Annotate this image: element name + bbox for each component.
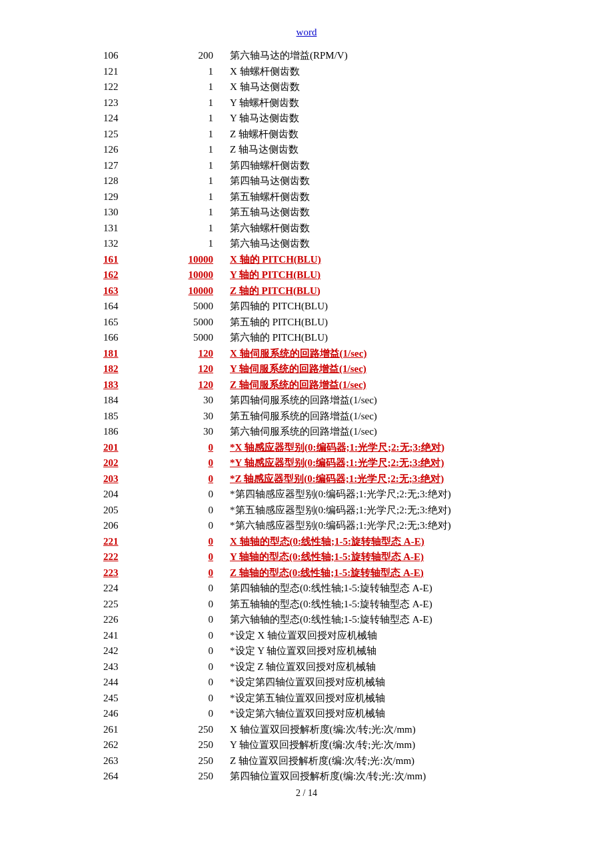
param-desc: Z 轴马达侧齿数 [230, 142, 613, 158]
param-value: 0 [150, 455, 230, 471]
table-row: 182120Y 轴伺服系统的回路增益(1/sec) [97, 361, 613, 377]
param-id: 262 [97, 737, 150, 753]
table-row: 18530第五轴伺服系统的回路增益(1/sec) [97, 409, 613, 425]
param-value: 0 [150, 565, 230, 581]
param-desc: Z 轴轴的型态(0:线性轴;1-5:旋转轴型态 A-E) [230, 565, 613, 581]
param-id: 264 [97, 769, 150, 785]
param-id: 201 [97, 440, 150, 456]
param-value: 120 [150, 361, 230, 377]
param-value: 0 [150, 534, 230, 550]
param-desc: 第五轴轴的型态(0:线性轴;1-5:旋转轴型态 A-E) [230, 597, 613, 613]
param-desc: X 轴位置双回授解析度(编:次/转;光:次/mm) [230, 722, 613, 738]
param-desc: X 轴的 PITCH(BLU) [230, 252, 613, 268]
param-desc: 第五轴螺杆侧齿数 [230, 189, 613, 205]
param-id: 221 [97, 534, 150, 550]
param-desc: 第四轴马达侧齿数 [230, 173, 613, 189]
table-row: 181120X 轴伺服系统的回路增益(1/sec) [97, 346, 613, 362]
param-value: 250 [150, 737, 230, 753]
param-value: 0 [150, 628, 230, 644]
table-row: 2260第六轴轴的型态(0:线性轴;1-5:旋转轴型态 A-E) [97, 612, 613, 628]
param-id: 129 [97, 189, 150, 205]
param-value: 0 [150, 706, 230, 722]
param-desc: *第六轴感应器型别(0:编码器;1:光学尺;2:无;3:绝对) [230, 518, 613, 534]
param-value: 0 [150, 612, 230, 628]
param-desc: 第六轴螺杆侧齿数 [230, 221, 613, 237]
param-value: 0 [150, 691, 230, 707]
table-row: 2040*第四轴感应器型别(0:编码器;1:光学尺;2:无;3:绝对) [97, 487, 613, 503]
table-row: 16310000Z 轴的 PITCH(BLU) [97, 283, 613, 299]
table-row: 1645000第四轴的 PITCH(BLU) [97, 299, 613, 315]
table-row: 1321第六轴马达侧齿数 [97, 236, 613, 252]
param-desc: Y 轴马达侧齿数 [230, 111, 613, 127]
param-desc: 第四轴伺服系统的回路增益(1/sec) [230, 393, 613, 409]
table-row: 16210000Y 轴的 PITCH(BLU) [97, 267, 613, 283]
table-row: 16110000X 轴的 PITCH(BLU) [97, 252, 613, 268]
param-id: 243 [97, 659, 150, 675]
param-id: 164 [97, 299, 150, 315]
param-id: 163 [97, 283, 150, 299]
param-desc: 第四轴轴的型态(0:线性轴;1-5:旋转轴型态 A-E) [230, 581, 613, 597]
table-row: 18430第四轴伺服系统的回路增益(1/sec) [97, 393, 613, 409]
param-value: 30 [150, 409, 230, 425]
table-row: 2210X 轴轴的型态(0:线性轴;1-5:旋转轴型态 A-E) [97, 534, 613, 550]
param-id: 203 [97, 471, 150, 487]
param-value: 250 [150, 722, 230, 738]
param-desc: 第四轴螺杆侧齿数 [230, 158, 613, 174]
table-row: 2410*设定 X 轴位置双回授对应机械轴 [97, 628, 613, 644]
param-value: 200 [150, 48, 230, 64]
parameter-table: 106200第六轴马达的增益(RPM/V)1211X 轴螺杆侧齿数1221X 轴… [97, 48, 613, 785]
table-row: 1271第四轴螺杆侧齿数 [97, 158, 613, 174]
param-desc: *Y 轴感应器型别(0:编码器;1:光学尺;2:无;3:绝对) [230, 455, 613, 471]
param-id: 246 [97, 706, 150, 722]
param-id: 242 [97, 643, 150, 659]
param-desc: *第五轴感应器型别(0:编码器;1:光学尺;2:无;3:绝对) [230, 503, 613, 519]
param-id: 165 [97, 315, 150, 331]
param-id: 204 [97, 487, 150, 503]
param-id: 131 [97, 221, 150, 237]
param-value: 0 [150, 643, 230, 659]
param-value: 250 [150, 769, 230, 785]
param-value: 5000 [150, 315, 230, 331]
table-row: 1655000第五轴的 PITCH(BLU) [97, 315, 613, 331]
param-desc: Y 轴伺服系统的回路增益(1/sec) [230, 361, 613, 377]
param-id: 244 [97, 675, 150, 691]
param-value: 0 [150, 675, 230, 691]
param-id: 126 [97, 142, 150, 158]
param-id: 245 [97, 691, 150, 707]
param-value: 0 [150, 471, 230, 487]
param-desc: *Z 轴感应器型别(0:编码器;1:光学尺;2:无;3:绝对) [230, 471, 613, 487]
table-row: 183120Z 轴伺服系统的回路增益(1/sec) [97, 377, 613, 393]
param-value: 1 [150, 95, 230, 111]
param-value: 10000 [150, 252, 230, 268]
param-desc: Z 轴位置双回授解析度(编:次/转;光:次/mm) [230, 753, 613, 769]
param-value: 1 [150, 236, 230, 252]
param-id: 224 [97, 581, 150, 597]
table-row: 2420*设定 Y 轴位置双回授对应机械轴 [97, 643, 613, 659]
param-value: 250 [150, 753, 230, 769]
table-row: 2030*Z 轴感应器型别(0:编码器;1:光学尺;2:无;3:绝对) [97, 471, 613, 487]
table-row: 2060*第六轴感应器型别(0:编码器;1:光学尺;2:无;3:绝对) [97, 518, 613, 534]
param-desc: Y 轴螺杆侧齿数 [230, 95, 613, 111]
param-id: 181 [97, 346, 150, 362]
table-row: 2240第四轴轴的型态(0:线性轴;1-5:旋转轴型态 A-E) [97, 581, 613, 597]
table-row: 2050*第五轴感应器型别(0:编码器;1:光学尺;2:无;3:绝对) [97, 503, 613, 519]
param-value: 120 [150, 377, 230, 393]
table-row: 1251Z 轴螺杆侧齿数 [97, 127, 613, 143]
param-id: 185 [97, 409, 150, 425]
param-id: 121 [97, 64, 150, 80]
table-row: 2020*Y 轴感应器型别(0:编码器;1:光学尺;2:无;3:绝对) [97, 455, 613, 471]
table-row: 1311第六轴螺杆侧齿数 [97, 221, 613, 237]
param-desc: Y 轴轴的型态(0:线性轴;1-5:旋转轴型态 A-E) [230, 549, 613, 565]
header-link[interactable]: word [0, 27, 613, 38]
param-id: 263 [97, 753, 150, 769]
param-id: 223 [97, 565, 150, 581]
param-desc: 第四轴位置双回授解析度(编:次/转;光:次/mm) [230, 769, 613, 785]
param-desc: *设定第五轴位置双回授对应机械轴 [230, 691, 613, 707]
param-id: 124 [97, 111, 150, 127]
param-id: 186 [97, 424, 150, 440]
table-row: 2440*设定第四轴位置双回授对应机械轴 [97, 675, 613, 691]
table-row: 1301第五轴马达侧齿数 [97, 205, 613, 221]
param-desc: *设定 Y 轴位置双回授对应机械轴 [230, 643, 613, 659]
param-desc: 第六轴的 PITCH(BLU) [230, 330, 613, 346]
param-value: 0 [150, 518, 230, 534]
